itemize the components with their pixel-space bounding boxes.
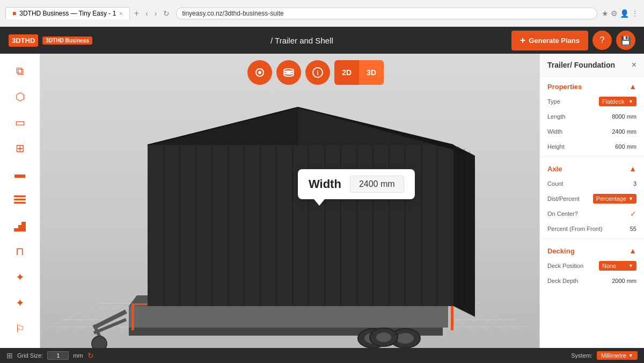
camera-view-btn[interactable] xyxy=(247,60,272,85)
back-btn[interactable]: ‹ xyxy=(143,8,150,19)
sidebar-panel-icon[interactable]: ▬ xyxy=(9,163,31,185)
help-icon: ? xyxy=(600,35,605,45)
percent-value: 55 xyxy=(630,226,636,232)
browser-actions: ★ ⚙ 👤 ⋮ xyxy=(602,9,639,18)
logo-text: 3DTHD xyxy=(12,37,35,45)
deck-position-label: Deck Position xyxy=(547,263,583,269)
grid-refresh-btn[interactable]: ↻ xyxy=(87,351,94,360)
length-label: Length xyxy=(547,113,566,120)
business-badge: 3DTHD Business xyxy=(42,37,92,45)
axle-section-header[interactable]: Axle ▲ xyxy=(540,159,644,176)
svg-rect-4 xyxy=(18,225,21,231)
svg-point-27 xyxy=(376,332,391,342)
svg-rect-1 xyxy=(14,199,26,200)
deck-position-dropdown[interactable]: None xyxy=(599,261,636,271)
help-button[interactable]: ? xyxy=(592,31,612,50)
sidebar-stack-icon[interactable] xyxy=(9,189,31,210)
tooltip-arrow xyxy=(314,199,325,206)
sidebar-light-icon[interactable]: ✦ xyxy=(9,266,31,288)
profile-icon[interactable]: 👤 xyxy=(620,9,629,18)
right-panel: Trailer/ Foundation × Properties ▲ Type … xyxy=(539,54,644,348)
properties-toggle: ▲ xyxy=(629,82,636,91)
sidebar-sofa-icon[interactable]: ⊓ xyxy=(9,241,31,262)
3d-view-btn[interactable]: 3D xyxy=(359,60,384,85)
browser-nav: ‹ › ↻ xyxy=(143,8,172,19)
panel-header: Trailer/ Foundation × xyxy=(540,54,644,77)
length-row: Length 8000 mm xyxy=(540,109,644,124)
type-dropdown[interactable]: Flatdeck xyxy=(599,97,636,106)
deck-position-value: None xyxy=(602,263,616,269)
info-view-btn[interactable]: i xyxy=(305,60,330,85)
decking-section-header[interactable]: Decking ▲ xyxy=(540,241,644,258)
sidebar-box-icon[interactable]: ⬡ xyxy=(9,86,31,107)
svg-rect-3 xyxy=(14,228,18,231)
app: 3DTHD 3DTHD Business / Trailer and Shell… xyxy=(0,27,644,363)
url-bar[interactable]: tinyeasy.co.nz/3dthd-business-suite xyxy=(176,8,597,19)
section-divider-1 xyxy=(540,156,644,157)
on-center-checkbox[interactable]: ✓ xyxy=(630,209,636,218)
forward-btn[interactable]: › xyxy=(152,8,159,19)
type-value: Flatdeck xyxy=(602,98,625,105)
grid-size-label: Grid Size: xyxy=(17,352,43,359)
system-dropdown[interactable]: Millimetre xyxy=(597,351,638,360)
panel-close-btn[interactable]: × xyxy=(632,60,636,70)
height-row: Height 600 mm xyxy=(540,139,644,154)
menu-icon[interactable]: ⋮ xyxy=(631,9,639,18)
panel-title: Trailer/ Foundation xyxy=(547,61,615,69)
dist-percent-value: Percentage xyxy=(596,195,626,202)
sidebar-bookmark-icon[interactable]: ⚐ xyxy=(9,318,31,339)
svg-point-25 xyxy=(397,333,414,344)
refresh-nav-btn[interactable]: ↻ xyxy=(161,8,172,19)
properties-section-header[interactable]: Properties ▲ xyxy=(540,77,644,94)
grid-size-input[interactable] xyxy=(47,351,69,360)
tab-close-btn[interactable]: × xyxy=(119,10,122,17)
width-label: Width xyxy=(547,128,562,135)
sidebar-stairs-icon[interactable] xyxy=(9,215,31,236)
navbar-title: / Trailer and Shell xyxy=(99,36,505,45)
type-row: Type Flatdeck xyxy=(540,94,644,109)
svg-marker-30 xyxy=(451,305,453,330)
svg-rect-2 xyxy=(14,202,26,204)
bottom-bar: ⊞ Grid Size: mm ↻ System: Millimetre xyxy=(0,348,644,363)
dist-percent-dropdown[interactable]: Percentage xyxy=(593,194,636,204)
extension-icon[interactable]: ⚙ xyxy=(611,9,618,18)
3d-model xyxy=(83,102,480,348)
deck-depth-label: Deck Depth xyxy=(547,278,578,284)
svg-point-7 xyxy=(258,71,261,74)
count-row: Count 3 xyxy=(540,176,644,191)
generate-plans-button[interactable]: Generate Plans xyxy=(511,31,588,50)
deck-depth-row: Deck Depth 2000 mm xyxy=(540,273,644,288)
svg-rect-0 xyxy=(14,195,26,197)
svg-text:i: i xyxy=(317,69,319,77)
count-value: 3 xyxy=(633,180,636,187)
percent-label: Percent (From Front) xyxy=(547,226,603,232)
bookmark-icon[interactable]: ★ xyxy=(602,9,609,18)
logo: 3DTHD 3DTHD Business xyxy=(9,34,92,47)
axle-label: Axle xyxy=(547,165,562,173)
svg-rect-5 xyxy=(21,222,26,231)
navbar-actions: Generate Plans ? 💾 xyxy=(511,31,635,50)
tooltip-value: 2400 mm xyxy=(350,176,404,193)
browser-chrome: ■ 3DTHD Business — Tiny Easy - 1 × + ‹ ›… xyxy=(0,0,644,27)
decking-label: Decking xyxy=(547,247,575,255)
width-tooltip: Width 2400 mm xyxy=(298,169,415,199)
3d-viewport[interactable]: i 2D 3D xyxy=(40,54,539,348)
sidebar-window-icon[interactable]: ⊞ xyxy=(9,137,31,159)
on-center-row: On Center? ✓ xyxy=(540,206,644,221)
add-tab-btn[interactable]: + xyxy=(134,9,139,18)
height-value: 600 mm xyxy=(615,143,636,150)
tab-title: 3DTHD Business — Tiny Easy - 1 xyxy=(19,10,116,17)
2d-view-btn[interactable]: 2D xyxy=(334,60,359,85)
main-content: ⧉ ⬡ ▭ ⊞ ▬ ⊓ ✦ ✦ ⚐ xyxy=(0,54,644,348)
count-label: Count xyxy=(547,180,563,187)
layers-view-btn[interactable] xyxy=(276,60,301,85)
width-row: Width 2400 mm xyxy=(540,124,644,139)
save-button[interactable]: 💾 xyxy=(616,31,635,50)
percent-row: Percent (From Front) 55 xyxy=(540,221,644,236)
svg-point-16 xyxy=(92,336,107,348)
sidebar-layers-icon[interactable]: ⧉ xyxy=(9,60,31,82)
browser-tab[interactable]: ■ 3DTHD Business — Tiny Easy - 1 × xyxy=(5,7,130,19)
logo-box: 3DTHD xyxy=(9,34,38,47)
sidebar-door-icon[interactable]: ▭ xyxy=(9,112,31,133)
sidebar-paint-icon[interactable]: ✦ xyxy=(9,292,31,314)
